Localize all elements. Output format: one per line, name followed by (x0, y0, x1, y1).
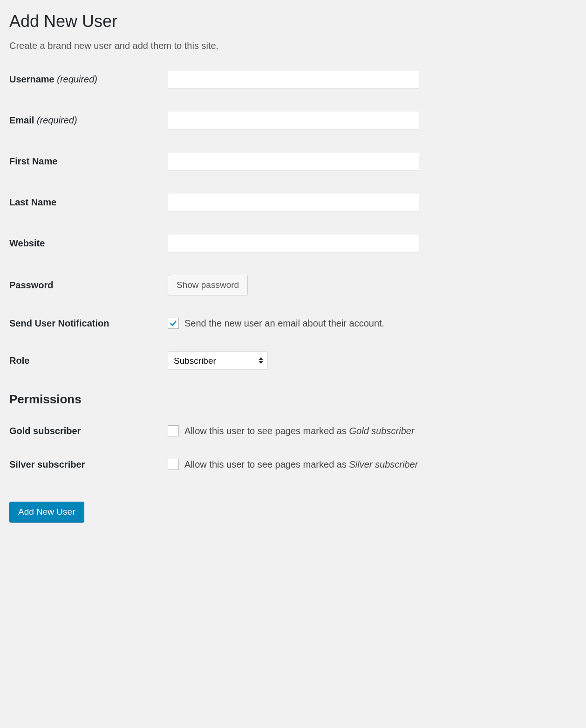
password-label: Password (9, 280, 168, 291)
email-label: Email (required) (9, 115, 168, 126)
website-input[interactable] (168, 234, 419, 252)
silver-subscriber-label: Silver subscriber (9, 459, 168, 470)
gold-subscriber-row: Gold subscriber Allow this user to see p… (9, 425, 577, 436)
email-input[interactable] (168, 111, 419, 129)
page-title: Add New User (9, 9, 577, 31)
email-row: Email (required) (9, 111, 577, 129)
username-label: Username (required) (9, 74, 168, 85)
website-row: Website (9, 234, 577, 252)
add-new-user-button[interactable]: Add New User (9, 502, 84, 522)
silver-subscriber-row: Silver subscriber Allow this user to see… (9, 459, 577, 470)
role-label: Role (9, 355, 168, 366)
page-subtitle: Create a brand new user and add them to … (9, 41, 577, 51)
firstname-label: First Name (9, 156, 168, 167)
show-password-button[interactable]: Show password (168, 275, 248, 295)
website-label: Website (9, 238, 168, 249)
lastname-row: Last Name (9, 193, 577, 211)
lastname-label: Last Name (9, 197, 168, 208)
notification-label: Send User Notification (9, 318, 168, 329)
role-select[interactable]: Subscriber (168, 351, 268, 370)
add-user-form: Username (required) Email (required) Fir… (9, 70, 577, 522)
gold-subscriber-label: Gold subscriber (9, 426, 168, 436)
gold-subscriber-checkbox[interactable] (168, 425, 179, 436)
notification-checkbox-label: Send the new user an email about their a… (184, 318, 384, 329)
username-input[interactable] (168, 70, 419, 88)
check-icon (169, 319, 177, 327)
firstname-row: First Name (9, 152, 577, 170)
firstname-input[interactable] (168, 152, 419, 170)
password-row: Password Show password (9, 275, 577, 295)
lastname-input[interactable] (168, 193, 419, 211)
silver-subscriber-checkbox-label: Allow this user to see pages marked as S… (184, 459, 418, 470)
notification-checkbox[interactable] (168, 318, 179, 329)
notification-row: Send User Notification Send the new user… (9, 318, 577, 329)
username-row: Username (required) (9, 70, 577, 88)
role-row: Role Subscriber (9, 351, 577, 370)
silver-subscriber-checkbox[interactable] (168, 459, 179, 470)
permissions-heading: Permissions (9, 392, 577, 407)
gold-subscriber-checkbox-label: Allow this user to see pages marked as G… (184, 426, 415, 436)
